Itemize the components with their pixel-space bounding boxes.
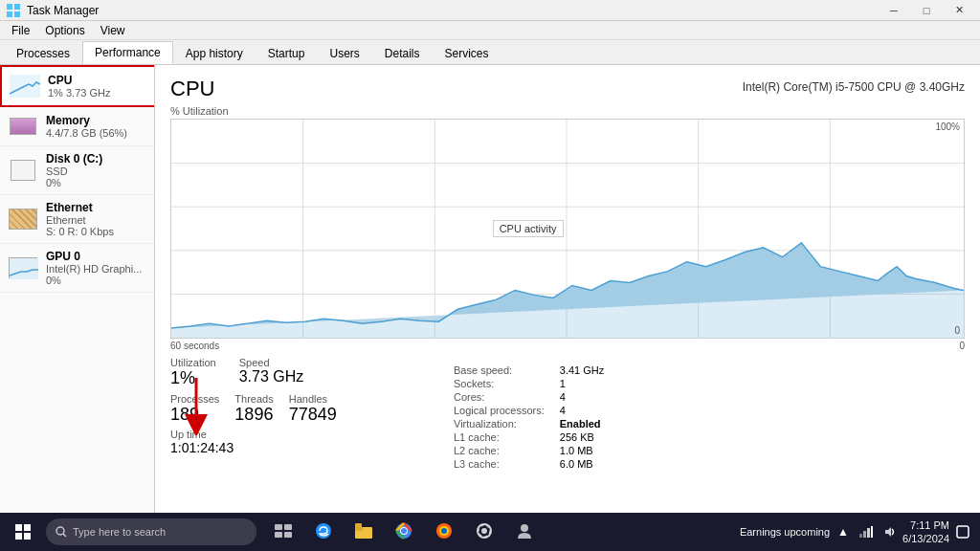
ethernet-sidebar-text: Ethernet Ethernet S: 0 R: 0 Kbps	[46, 201, 114, 237]
tab-app-history[interactable]: App history	[173, 42, 256, 64]
taskbar-time-display: 7:11 PM	[910, 518, 949, 532]
search-bar[interactable]: Type here to search	[46, 518, 256, 545]
uptime-stat-value: 1:01:24:43	[170, 440, 438, 455]
close-button[interactable]: ✕	[944, 1, 974, 20]
svg-rect-41	[859, 534, 862, 538]
sidebar-item-cpu[interactable]: CPU 1% 3.73 GHz	[0, 65, 154, 107]
sidebar-item-memory[interactable]: Memory 4.4/7.8 GB (56%)	[0, 107, 154, 146]
svg-rect-45	[957, 526, 969, 538]
notification-button[interactable]	[953, 522, 972, 541]
memory-sidebar-sub: 4.4/7.8 GB (56%)	[46, 127, 127, 139]
sidebar-item-gpu[interactable]: GPU 0 Intel(R) HD Graphi... 0%	[0, 244, 154, 293]
sockets-value: 1	[560, 378, 604, 389]
ethernet-sidebar-title: Ethernet	[46, 201, 114, 214]
edge-button[interactable]	[304, 513, 343, 551]
gpu-sidebar-text: GPU 0 Intel(R) HD Graphi... 0%	[46, 250, 142, 286]
stat-speed: Speed 3.73 GHz	[239, 357, 304, 389]
notification-icon	[956, 525, 969, 539]
tab-details[interactable]: Details	[372, 42, 433, 64]
logical-processors-value: 4	[560, 405, 604, 416]
taskmanager-icon	[6, 3, 21, 18]
l3cache-value: 6.0 MB	[560, 458, 604, 470]
disk-icon	[8, 157, 38, 184]
l2cache-label: L2 cache:	[454, 445, 545, 456]
settings-button[interactable]	[465, 513, 503, 551]
taskbar-date-display: 6/13/2024	[902, 532, 949, 545]
sidebar-item-disk[interactable]: Disk 0 (C:) SSD 0%	[0, 146, 154, 195]
maximize-button[interactable]: □	[911, 1, 942, 20]
handles-stat-label: Handles	[289, 393, 337, 405]
threads-stat-label: Threads	[234, 393, 273, 405]
taskview-button[interactable]	[264, 513, 302, 551]
l1cache-label: L1 cache:	[454, 431, 545, 443]
gpu-sidebar-sub2: 0%	[46, 275, 142, 286]
tab-startup[interactable]: Startup	[256, 42, 318, 64]
show-hidden-icons-button[interactable]: ▲	[834, 522, 853, 541]
taskbar: Type here to search	[0, 513, 980, 551]
contacts-icon	[516, 522, 533, 540]
l3cache-label: L3 cache:	[454, 458, 545, 470]
svg-rect-30	[355, 523, 362, 528]
right-panel: CPU Intel(R) Core(TM) i5-7500 CPU @ 3.40…	[155, 65, 980, 513]
minimize-button[interactable]: ─	[879, 1, 909, 20]
edge-icon	[315, 522, 332, 540]
speed-stat-value: 3.73 GHz	[239, 368, 304, 386]
search-bar-text: Type here to search	[73, 526, 166, 538]
graph-y-zero: 0	[954, 325, 960, 336]
earnings-upcoming-text: Earnings upcoming	[740, 526, 830, 538]
chrome-button[interactable]	[385, 513, 423, 551]
menu-options[interactable]: Options	[37, 22, 92, 39]
network-icon[interactable]	[857, 522, 876, 541]
svg-rect-25	[275, 532, 282, 538]
menu-file[interactable]: File	[4, 22, 37, 39]
title-text: Task Manager	[27, 4, 99, 17]
memory-sidebar-text: Memory 4.4/7.8 GB (56%)	[46, 114, 127, 139]
svg-rect-0	[7, 4, 12, 10]
uptime-stat-label: Up time	[170, 429, 438, 440]
start-button[interactable]	[0, 513, 46, 551]
svg-rect-26	[284, 532, 292, 538]
svg-rect-3	[14, 11, 20, 17]
stat-processes: Processes 189	[170, 393, 219, 426]
volume-icon[interactable]	[880, 522, 899, 541]
firefox-button[interactable]	[425, 513, 463, 551]
tab-users[interactable]: Users	[317, 42, 371, 64]
ethernet-icon	[8, 206, 38, 232]
menu-bar: File Options View	[0, 21, 980, 40]
tab-processes[interactable]: Processes	[4, 42, 82, 64]
sidebar-item-ethernet[interactable]: Ethernet Ethernet S: 0 R: 0 Kbps	[0, 195, 154, 244]
l1cache-value: 256 KB	[560, 431, 604, 443]
stat-utilization: Utilization 1%	[170, 357, 216, 389]
speed-stat-label: Speed	[239, 357, 304, 368]
ethernet-sidebar-sub2: S: 0 R: 0 Kbps	[46, 226, 114, 237]
title-bar: Task Manager ─ □ ✕	[0, 0, 980, 21]
search-icon	[56, 526, 67, 538]
network-indicator-icon	[859, 526, 873, 538]
utilization-stat-label: Utilization	[170, 357, 216, 368]
svg-rect-43	[867, 528, 870, 538]
menu-view[interactable]: View	[93, 22, 133, 39]
cpu-activity-tooltip: CPU activity	[493, 220, 564, 237]
processes-stat-label: Processes	[170, 393, 219, 405]
svg-rect-2	[7, 11, 12, 17]
base-speed-value: 3.41 GHz	[560, 364, 604, 376]
processes-stat-value: 189	[170, 405, 219, 426]
tab-services[interactable]: Services	[433, 42, 501, 64]
window-controls: ─ □ ✕	[879, 1, 974, 20]
threads-stat-value: 1896	[234, 405, 273, 426]
windows-logo-icon	[15, 524, 31, 540]
taskbar-clock[interactable]: 7:11 PM 6/13/2024	[902, 518, 949, 546]
contacts-button[interactable]	[505, 513, 544, 551]
virtualization-label: Virtualization:	[454, 418, 545, 430]
tab-performance[interactable]: Performance	[82, 41, 173, 64]
svg-line-22	[63, 534, 66, 537]
earnings-upcoming-notification[interactable]: Earnings upcoming	[740, 526, 830, 538]
cores-value: 4	[560, 391, 604, 403]
volume-indicator-icon	[882, 526, 896, 538]
stat-uptime: Up time 1:01:24:43	[170, 429, 438, 455]
disk-sidebar-sub: SSD	[46, 165, 102, 177]
gpu-sidebar-sub: Intel(R) HD Graphi...	[46, 263, 142, 275]
cpu-sidebar-text: CPU 1% 3.73 GHz	[48, 74, 110, 99]
settings-icon	[476, 522, 493, 540]
fileexplorer-button[interactable]	[345, 513, 383, 551]
